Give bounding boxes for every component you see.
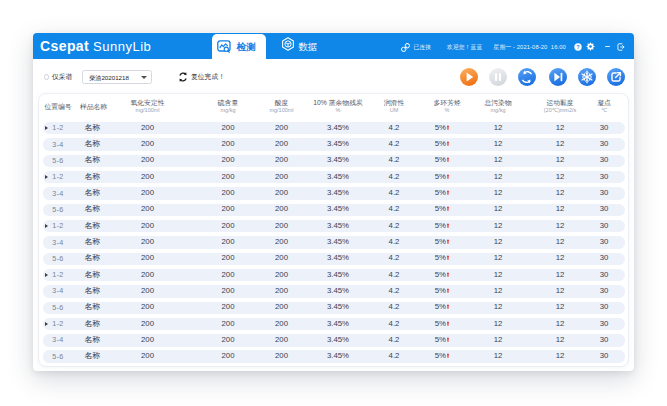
svg-text:?: ? (576, 43, 580, 49)
